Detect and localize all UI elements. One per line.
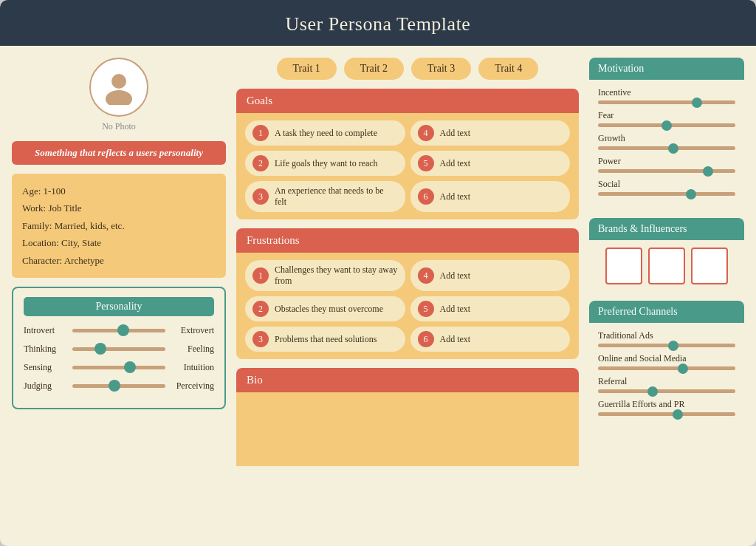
frustrations-body: 1 Challenges they want to stay away from…: [236, 253, 579, 359]
channel-label: Referral: [598, 376, 735, 387]
persona-quote: Something that reflects a users personal…: [12, 141, 226, 165]
channel-label: Traditional Ads: [598, 330, 735, 341]
avatar-label: No Photo: [102, 121, 136, 132]
avatar: [89, 58, 148, 117]
personality-box: Personality Introvert Extrovert Thinking…: [12, 287, 226, 409]
main-container: User Persona Template No Photo Something…: [0, 0, 756, 546]
trait-badge: Trait 2: [344, 58, 404, 80]
goal-item: 6 Add text: [410, 181, 571, 212]
slider-track[interactable]: [72, 384, 165, 388]
motivation-body: Incentive Fear Growth Power Social: [589, 80, 744, 209]
work-info: Work: Job Title: [22, 199, 216, 216]
personality-sliders: Introvert Extrovert Thinking Feeling Sen…: [24, 325, 214, 392]
slider-right-label: Extrovert: [170, 325, 214, 336]
channel-thumb[interactable]: [673, 409, 683, 420]
trait-row: Trait 1Trait 2Trait 3Trait 4: [236, 58, 579, 80]
motivation-thumb[interactable]: [662, 120, 672, 131]
brand-box-1: [605, 248, 642, 284]
channel-track[interactable]: [598, 344, 735, 347]
brands-body: [589, 240, 744, 292]
channel-track[interactable]: [598, 389, 735, 393]
goal-item: 4 Add text: [410, 120, 571, 146]
goals-header: Goals: [236, 89, 579, 113]
motivation-track[interactable]: [598, 146, 735, 150]
frustrations-grid: 1 Challenges they want to stay away from…: [245, 260, 570, 352]
goal-text: Add text: [440, 334, 471, 345]
age-info: Age: 1-100: [22, 182, 216, 199]
channel-track[interactable]: [598, 412, 735, 416]
goal-item: 2 Life goals they want to reach: [245, 151, 405, 176]
goal-text: Problems that need solutions: [275, 334, 377, 345]
goal-text: An experience that needs to be felt: [275, 185, 398, 208]
slider-right-label: Intuition: [170, 362, 214, 373]
brands-section: Brands & Influencers: [589, 218, 744, 292]
location-info: Location: City, State: [22, 234, 216, 251]
slider-left-label: Sensing: [24, 362, 68, 373]
motivation-row: Power: [598, 156, 735, 173]
motivation-label: Growth: [598, 133, 735, 144]
character-info: Character: Archetype: [22, 252, 216, 269]
goal-item: 2 Obstacles they must overcome: [245, 296, 405, 321]
slider-left-label: Thinking: [24, 344, 68, 355]
slider-thumb[interactable]: [117, 324, 129, 336]
brands-grid: [598, 248, 735, 284]
motivation-thumb[interactable]: [668, 143, 678, 154]
goal-item: 3 Problems that need solutions: [245, 327, 405, 352]
channel-track[interactable]: [598, 366, 735, 370]
channel-thumb[interactable]: [647, 386, 658, 397]
slider-thumb[interactable]: [124, 361, 136, 373]
motivation-label: Power: [598, 156, 735, 167]
brands-header: Brands & Influencers: [589, 218, 744, 240]
goals-grid: 1 A task they need to complete 4 Add tex…: [245, 120, 570, 212]
motivation-track[interactable]: [598, 169, 735, 173]
goal-item: 5 Add text: [410, 296, 571, 321]
goal-num: 6: [418, 331, 434, 347]
svg-point-1: [106, 90, 132, 105]
slider-thumb[interactable]: [94, 343, 106, 355]
brand-box-3: [691, 248, 728, 284]
goal-text: Add text: [440, 304, 471, 315]
channel-label: Online and Social Media: [598, 353, 735, 364]
person-icon: [101, 69, 137, 105]
goal-item: 1 A task they need to complete: [245, 120, 405, 146]
goal-num: 4: [418, 125, 434, 141]
goal-text: Obstacles they must overcome: [275, 304, 383, 315]
motivation-track[interactable]: [598, 192, 735, 196]
motivation-thumb[interactable]: [692, 98, 702, 108]
channels-body: Traditional Ads Online and Social Media …: [589, 323, 744, 429]
motivation-thumb[interactable]: [703, 166, 713, 177]
personality-title: Personality: [24, 297, 214, 316]
goal-text: Add text: [440, 270, 471, 281]
goal-text: Life goals they want to reach: [275, 158, 378, 169]
goal-item: 4 Add text: [410, 260, 571, 291]
motivation-label: Incentive: [598, 87, 735, 98]
goal-num: 4: [418, 267, 434, 284]
slider-thumb[interactable]: [109, 380, 120, 392]
motivation-thumb[interactable]: [686, 189, 696, 199]
motivation-row: Fear: [598, 110, 735, 127]
channels-section: Preferred Channels Traditional Ads Onlin…: [589, 301, 744, 429]
slider-right-label: Perceiving: [170, 381, 214, 392]
motivation-track[interactable]: [598, 100, 735, 104]
channel-row: Online and Social Media: [598, 353, 735, 370]
svg-point-0: [111, 74, 126, 89]
channel-row: Referral: [598, 376, 735, 393]
slider-track[interactable]: [72, 366, 165, 369]
goal-item: 3 An experience that needs to be felt: [245, 181, 405, 212]
personality-slider-row: Judging Perceiving: [24, 381, 214, 392]
personality-slider-row: Sensing Intuition: [24, 362, 214, 373]
goal-text: Add text: [440, 191, 471, 202]
bio-header: Bio: [236, 368, 579, 392]
family-info: Family: Married, kids, etc.: [22, 217, 216, 234]
slider-track[interactable]: [72, 347, 165, 351]
motivation-label: Social: [598, 179, 735, 190]
slider-track[interactable]: [72, 329, 165, 332]
avatar-section: No Photo: [12, 58, 226, 132]
channel-thumb[interactable]: [668, 341, 678, 351]
goal-text: Add text: [440, 128, 471, 139]
motivation-track[interactable]: [598, 123, 735, 127]
motivation-header: Motivation: [589, 58, 744, 80]
channel-thumb[interactable]: [678, 364, 688, 374]
goal-num: 2: [252, 301, 269, 317]
goal-text: A task they need to complete: [275, 128, 377, 139]
